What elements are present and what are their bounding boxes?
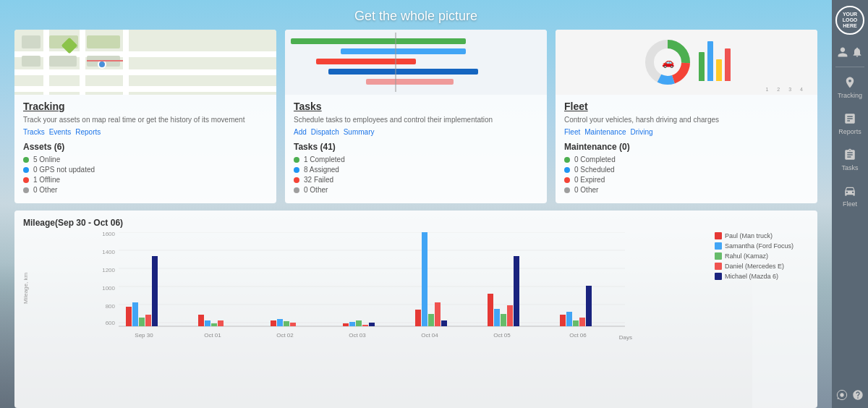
sidebar-item-reports[interactable]: Reports — [832, 106, 868, 140]
assets-title: Assets (6) — [23, 142, 268, 152]
svg-rect-43 — [428, 314, 434, 326]
tracking-icon — [842, 75, 858, 90]
svg-rect-53 — [560, 315, 566, 326]
stat-row: 1 Completed — [294, 156, 538, 163]
dot-green — [294, 157, 299, 163]
svg-rect-47 — [488, 294, 493, 326]
bell-icon[interactable] — [851, 46, 863, 58]
events-link[interactable]: Events — [49, 128, 72, 136]
summary-link[interactable]: Summary — [344, 128, 375, 136]
dot-blue — [23, 167, 29, 173]
svg-text:Oct 01: Oct 01 — [204, 332, 221, 339]
svg-text:600: 600 — [106, 320, 116, 326]
svg-rect-33 — [290, 323, 296, 326]
stat-row: 0 Scheduled — [564, 166, 809, 174]
stat-online: 5 Online — [33, 156, 60, 163]
tracks-link[interactable]: Tracks — [23, 128, 45, 136]
tracking-label: Tracking — [838, 92, 862, 99]
svg-rect-32 — [284, 321, 289, 326]
stat-row: 0 Expired — [564, 176, 809, 184]
legend-rahul: Rahul (Kamaz) — [725, 252, 768, 260]
svg-rect-31 — [277, 319, 283, 326]
tracking-reports-link[interactable]: Reports — [75, 128, 101, 136]
tasks-gantt — [285, 30, 547, 95]
stat-row: 32 Failed — [294, 176, 538, 184]
svg-rect-30 — [271, 320, 276, 326]
fleet-icon — [842, 183, 858, 199]
sidebar-item-tasks[interactable]: Tasks — [832, 143, 868, 176]
svg-rect-36 — [349, 322, 355, 326]
svg-rect-21 — [139, 318, 145, 326]
fleet-link[interactable]: Fleet — [564, 128, 580, 136]
legend-color-samantha — [715, 242, 722, 250]
stat-row: 5 Online — [23, 156, 268, 163]
stat-m-completed: 0 Completed — [574, 156, 616, 163]
legend-color-paul — [715, 232, 722, 239]
cards-row: Tracking Track your assets on map real t… — [0, 30, 832, 203]
fleet-desc: Control your vehicles, harsh driving and… — [564, 115, 809, 124]
stat-other2: 0 Other — [304, 186, 328, 194]
stat-failed: 32 Failed — [304, 176, 333, 184]
svg-rect-56 — [579, 318, 585, 326]
tracking-title[interactable]: Tracking — [23, 101, 268, 112]
svg-text:Oct 02: Oct 02 — [276, 332, 294, 339]
svg-text:1600: 1600 — [102, 232, 115, 237]
settings-icon[interactable] — [836, 389, 848, 401]
svg-text:Oct 04: Oct 04 — [421, 332, 438, 339]
legend-paul: Paul (Man truck) — [725, 232, 773, 239]
user-icon[interactable] — [837, 46, 848, 58]
tasks-label: Tasks — [841, 164, 858, 171]
help-icon[interactable] — [852, 389, 864, 401]
tracking-desc: Track your assets on map real time or ge… — [23, 115, 268, 124]
mileage-chart-section: Mileage(Sep 30 - Oct 06) Mileage, km 160… — [14, 211, 817, 408]
dispatch-link[interactable]: Dispatch — [311, 128, 339, 136]
legend-michael: Michael (Mazda 6) — [725, 273, 778, 280]
legend-item: Samantha (Ford Focus) — [715, 242, 809, 250]
dot-red — [294, 177, 299, 183]
svg-text:1000: 1000 — [102, 285, 115, 292]
bar-chart-svg: 1600 1400 1200 1000 800 600 Sep 30 — [35, 232, 709, 341]
svg-text:1400: 1400 — [102, 249, 115, 255]
svg-text:Days: Days — [619, 334, 632, 341]
maintenance-link[interactable]: Maintenance — [584, 128, 626, 136]
svg-text:1200: 1200 — [102, 267, 115, 273]
svg-rect-51 — [514, 256, 519, 326]
driving-link[interactable]: Driving — [631, 128, 653, 136]
tasks-title[interactable]: Tasks — [294, 101, 538, 112]
fleet-label: Fleet — [843, 200, 857, 208]
divider — [835, 67, 864, 67]
logo: YOUR LOGO HERE — [835, 6, 864, 35]
svg-rect-50 — [507, 305, 513, 326]
tasks-icon — [842, 147, 858, 163]
maintenance-title: Maintenance (0) — [564, 142, 809, 152]
sidebar-item-fleet[interactable]: Fleet — [832, 179, 868, 212]
stat-offline: 1 Offline — [33, 176, 60, 184]
tasks-card-body: Tasks Schedule tasks to employees and co… — [285, 95, 547, 203]
svg-rect-38 — [362, 325, 368, 326]
dot-red — [23, 177, 29, 183]
svg-rect-55 — [573, 320, 579, 326]
add-link[interactable]: Add — [294, 128, 307, 136]
tracking-card: Tracking Track your assets on map real t… — [14, 30, 276, 203]
dot-green — [564, 157, 570, 163]
tracking-links: Tracks Events Reports — [23, 128, 268, 136]
fleet-title[interactable]: Fleet — [564, 101, 809, 112]
svg-text:Sep 30: Sep 30 — [135, 332, 153, 339]
stat-row: 0 GPS not updated — [23, 166, 268, 174]
svg-rect-44 — [435, 302, 441, 326]
sidebar-item-tracking[interactable]: Tracking — [832, 70, 868, 103]
svg-rect-48 — [494, 309, 500, 326]
main-content: Get the whole picture — [0, 0, 832, 408]
stat-row: 8 Assigned — [294, 166, 538, 174]
fleet-card-body: Fleet Control your vehicles, harsh drivi… — [556, 95, 817, 203]
svg-rect-26 — [205, 320, 210, 326]
dot-gray — [23, 187, 29, 193]
svg-rect-23 — [152, 256, 158, 326]
dot-gray — [294, 187, 299, 193]
nav-icons: Tracking Reports Tasks Fleet — [832, 70, 868, 212]
stat-row: 0 Other — [23, 186, 268, 194]
svg-rect-42 — [422, 232, 427, 326]
legend-color-daniel — [715, 263, 722, 270]
svg-text:800: 800 — [106, 303, 116, 310]
dot-blue — [294, 167, 299, 173]
